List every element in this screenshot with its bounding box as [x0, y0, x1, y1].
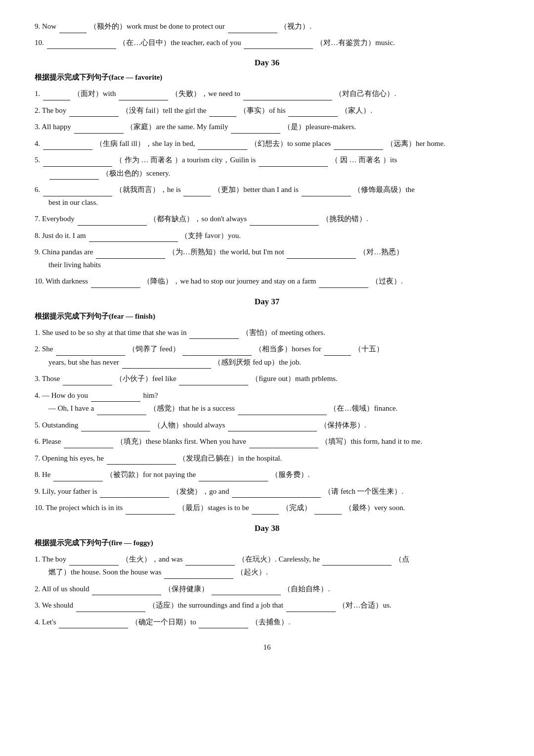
list-item: 4. （生病 fall ill），she lay in bed, （幻想去）to…	[35, 137, 499, 150]
day-37-section: 根据提示完成下列句子(fear — finish)	[35, 312, 499, 321]
list-item: 9. Lily, your father is （发烧），go and （请 f…	[35, 485, 499, 498]
blank	[334, 137, 383, 150]
blank	[69, 104, 119, 117]
blank	[43, 137, 92, 150]
blank	[288, 104, 338, 117]
top-exercises: 9. Now （额外的）work must be done to protect…	[35, 20, 499, 49]
list-item: 3. Those （小伙子）feel like （figure out）math…	[35, 372, 499, 385]
blank	[59, 20, 87, 33]
blank	[185, 553, 235, 566]
day-36-title: Day 36	[35, 58, 499, 68]
top-ex-9: 9. Now （额外的）work must be done to protect…	[35, 20, 499, 33]
blank	[302, 183, 351, 196]
blank	[199, 615, 248, 629]
blank	[47, 36, 116, 49]
list-item: 3. We should （适应）the surroundings and fi…	[35, 599, 499, 612]
list-item: 2. The boy （没有 fail）tell the girl the （事…	[35, 104, 499, 117]
blank	[179, 372, 248, 385]
blank	[49, 167, 99, 180]
blank	[250, 212, 319, 226]
list-item: 7. Everybody （都有缺点），so don't always （挑我的…	[35, 212, 499, 226]
blank	[63, 372, 112, 385]
list-item: 6. （就我而言），he is （更加）better than I and is…	[35, 183, 499, 209]
day-36-exercises: 1. （面对）with （失败），we need to （对自己有信心）. 2.…	[35, 87, 499, 288]
blank	[252, 501, 279, 515]
top-ex-10: 10. （在…心目中）the teacher, each of you （对…有…	[35, 36, 499, 49]
day-37-exercises: 1. She used to be so shy at that time th…	[35, 326, 499, 515]
blank	[43, 153, 112, 167]
blank	[56, 342, 125, 356]
list-item: 10. The project which is in its （最后）stag…	[35, 501, 499, 515]
blank	[92, 582, 161, 596]
day-38-section: 根据提示完成下列句子(fire — foggy)	[35, 538, 499, 548]
day-38-exercises: 1. The boy （生火），and was （在玩火）. Carelessl…	[35, 553, 499, 629]
list-item: 7. Opening his eyes, he （发现自己躺在）in the h…	[35, 452, 499, 465]
blank	[164, 566, 233, 579]
blank	[64, 435, 113, 448]
list-item: 3. All happy （家庭）are the same. My family…	[35, 120, 499, 134]
blank	[91, 275, 140, 288]
list-item: 2. All of us should （保持健康） （自始自终）.	[35, 582, 499, 596]
blank	[81, 419, 150, 432]
list-item: 9. China pandas are （为…所熟知）the world, bu…	[35, 245, 499, 271]
blank	[97, 402, 146, 415]
blank	[228, 419, 317, 432]
blank	[96, 245, 165, 259]
list-item: 1. The boy （生火），and was （在玩火）. Carelessl…	[35, 553, 499, 579]
blank	[43, 183, 112, 196]
blank	[74, 120, 124, 134]
list-item: 4. — How do you him? — Oh, I have a （感觉）…	[35, 389, 499, 415]
blank	[182, 342, 252, 356]
list-item: 1. （面对）with （失败），we need to （对自己有信心）.	[35, 87, 499, 100]
day-36-section: 根据提示完成下列句子(face — favorite)	[35, 73, 499, 82]
blank	[122, 356, 211, 369]
list-item: 4. Let's （确定一个日期）to （去捕鱼）.	[35, 615, 499, 629]
blank	[43, 87, 70, 100]
list-item: 5. Outstanding （人物）should always （保持体形）.	[35, 419, 499, 432]
blank	[100, 485, 169, 498]
blank	[212, 582, 281, 596]
top-ex-9-num: 9. Now	[35, 22, 58, 30]
blank	[183, 183, 211, 196]
blank	[243, 87, 332, 100]
blank	[287, 245, 356, 259]
list-item: 5. （ 作为 … 而著名 ）a tourism city，Guilin is …	[35, 153, 499, 180]
blank	[232, 485, 321, 498]
list-item: 8. He （被罚款）for not paying the （服务费）.	[35, 468, 499, 481]
blank	[324, 342, 351, 356]
blank	[198, 137, 247, 150]
blank	[259, 153, 328, 167]
day-37-title: Day 37	[35, 297, 499, 307]
blank	[238, 402, 327, 415]
blank	[244, 36, 313, 49]
blank	[119, 87, 168, 100]
blank	[189, 326, 239, 339]
list-item: 2. She （饲养了 feed） （相当多）horses for （十五） y…	[35, 342, 499, 369]
blank	[199, 468, 268, 481]
list-item: 1. She used to be so shy at that time th…	[35, 326, 499, 339]
blank	[53, 468, 103, 481]
blank	[209, 104, 236, 117]
blank	[314, 501, 342, 515]
list-item: 8. Just do it. I am （支持 favor）you.	[35, 229, 499, 242]
blank	[126, 501, 175, 515]
blank	[319, 275, 368, 288]
blank	[91, 389, 140, 402]
blank	[322, 553, 392, 566]
blank	[69, 553, 119, 566]
list-item: 10. With darkness （降临），we had to stop ou…	[35, 275, 499, 288]
blank	[249, 435, 318, 448]
page-content: 9. Now （额外的）work must be done to protect…	[35, 20, 499, 652]
blank	[76, 599, 145, 612]
blank	[231, 120, 280, 134]
blank	[107, 452, 176, 465]
blank	[78, 212, 147, 226]
page-number: 16	[35, 643, 499, 652]
blank	[228, 20, 277, 33]
blank	[89, 229, 178, 242]
day-38-title: Day 38	[35, 523, 499, 533]
list-item: 6. Please （填充）these blanks first. When y…	[35, 435, 499, 448]
blank	[286, 599, 336, 612]
blank	[59, 615, 128, 629]
